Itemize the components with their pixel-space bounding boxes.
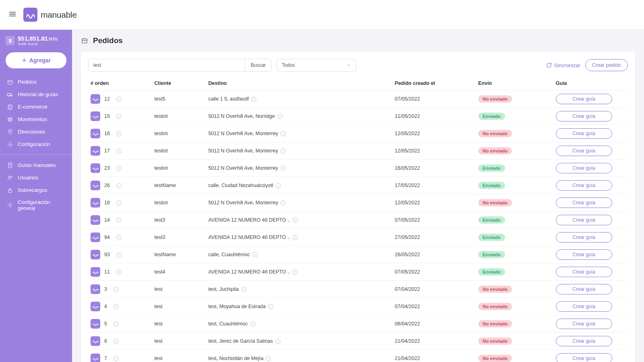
cell-orden: 12 — [104, 96, 110, 102]
info-icon[interactable]: i — [116, 131, 122, 136]
create-guide-button[interactable]: Crear guía — [556, 197, 612, 208]
search-input[interactable] — [89, 59, 245, 71]
info-icon[interactable]: i — [114, 339, 119, 344]
cell-fecha: 07/04/2022 — [392, 298, 476, 315]
info-icon[interactable]: i — [116, 218, 122, 223]
info-icon[interactable]: i — [293, 269, 298, 275]
sidebar-item-usuarios[interactable]: Usuarios — [0, 171, 72, 184]
info-icon[interactable]: i — [276, 183, 281, 188]
info-icon[interactable]: i — [116, 148, 122, 154]
table-row: 17itestint5012 N Overhill Ave, Monterrey… — [88, 142, 628, 160]
create-guide-button[interactable]: Crear guía — [556, 232, 612, 243]
svg-rect-22 — [8, 190, 12, 192]
create-guide-button[interactable]: Crear guía — [556, 163, 612, 173]
info-icon[interactable]: i — [114, 287, 119, 292]
sidebar-item-configuración[interactable]: Configuración — [0, 138, 72, 150]
orders-table: # orden Cliente Destino Pedido creado el… — [88, 77, 628, 362]
add-balance-button[interactable]: Agregar — [6, 52, 66, 68]
svg-rect-10 — [8, 106, 12, 109]
create-guide-button[interactable]: Crear guía — [556, 336, 612, 346]
info-icon[interactable]: i — [116, 114, 122, 119]
info-icon[interactable]: i — [116, 200, 122, 206]
cell-cliente: test — [152, 298, 206, 315]
cell-orden: 17 — [104, 148, 110, 154]
info-icon[interactable]: i — [114, 321, 119, 327]
filter-dropdown[interactable]: Todos — [277, 59, 356, 72]
create-guide-button[interactable]: Crear guía — [556, 146, 612, 156]
info-icon[interactable]: i — [116, 269, 122, 275]
info-icon[interactable]: i — [116, 252, 122, 257]
create-guide-button[interactable]: Crear guía — [556, 94, 612, 104]
lock-icon — [6, 187, 13, 193]
create-guide-button[interactable]: Crear guía — [556, 353, 612, 362]
sidebar-item-direcciones[interactable]: Direcciones — [0, 125, 72, 138]
table-row: 94itest3AVENIDA 12 NUMERO 46 DEPTO ..i27… — [88, 229, 628, 246]
info-icon[interactable]: i — [114, 356, 119, 361]
create-guide-button[interactable]: Crear guía — [556, 284, 612, 294]
info-icon[interactable]: i — [281, 148, 286, 154]
toolbar: Buscar Todos Sincronizar Crear pedido — [88, 59, 628, 72]
table-row: 5itesttest, Cuauhtémoci08/04/2022No envi… — [88, 315, 628, 333]
cell-fecha: 26/05/2022 — [392, 246, 476, 263]
info-icon[interactable]: i — [275, 339, 281, 344]
create-guide-button[interactable]: Crear guía — [556, 180, 612, 191]
create-guide-button[interactable]: Crear guía — [556, 301, 612, 312]
sidebar-item-configuración-general[interactable]: Configuración general — [0, 196, 72, 214]
cell-cliente: testint — [152, 194, 206, 212]
info-icon[interactable]: i — [268, 304, 273, 309]
brand-logo[interactable]: manuable — [23, 8, 77, 22]
sidebar-item-guías-manuales[interactable]: Guías manuales — [0, 159, 72, 171]
cell-cliente: test — [152, 315, 206, 333]
bank-icon — [6, 116, 13, 123]
cell-destino: 5012 N Overhill Ave, Monterrey — [208, 148, 278, 154]
info-icon[interactable]: i — [277, 114, 283, 119]
info-icon[interactable]: i — [293, 218, 298, 223]
info-icon[interactable]: i — [116, 97, 122, 102]
info-icon[interactable]: i — [251, 97, 256, 102]
info-icon[interactable]: i — [241, 287, 246, 292]
info-icon[interactable]: i — [281, 200, 286, 206]
svg-point-23 — [9, 204, 11, 206]
sidebar-item-pedidos[interactable]: Pedidos — [0, 76, 72, 88]
info-icon[interactable]: i — [116, 166, 122, 171]
create-order-button[interactable]: Crear pedido — [585, 59, 628, 71]
info-icon[interactable]: i — [281, 131, 286, 136]
menu-toggle[interactable] — [8, 10, 17, 20]
table-row: 7itesttest, Nochistlán de Mejíai21/04/20… — [88, 350, 628, 362]
create-guide-button[interactable]: Crear guía — [556, 319, 612, 329]
sidebar-item-movimientos[interactable]: Movimientos — [0, 113, 72, 125]
row-brand-icon — [91, 284, 100, 294]
sidebar-item-sobrecargos[interactable]: Sobrecargos — [0, 184, 72, 196]
info-icon[interactable]: i — [114, 304, 119, 309]
svg-point-9 — [11, 96, 12, 97]
status-badge: Enviado — [478, 251, 505, 258]
svg-rect-12 — [8, 119, 12, 121]
create-guide-button[interactable]: Crear guía — [556, 215, 612, 225]
cog-icon — [6, 202, 13, 209]
info-icon[interactable]: i — [250, 321, 256, 327]
info-icon[interactable]: i — [252, 252, 258, 257]
cell-destino: AVENIDA 12 NUMERO 46 DEPTO .. — [208, 234, 291, 240]
create-guide-button[interactable]: Crear guía — [556, 128, 612, 139]
sidebar-item-historial-de-guías[interactable]: Historial de guías — [0, 88, 72, 101]
info-icon[interactable]: i — [116, 183, 122, 188]
cell-fecha: 12/05/2022 — [392, 194, 476, 212]
info-icon[interactable]: i — [293, 235, 298, 240]
add-balance-label: Agregar — [29, 57, 51, 64]
svg-point-8 — [8, 96, 9, 97]
create-guide-button[interactable]: Crear guía — [556, 111, 612, 121]
row-brand-icon — [91, 163, 100, 173]
table-row: 15itestint5012 N Overhill Ave, Norridgei… — [88, 108, 628, 125]
table-row: 4itesttest, Moyahua de Estradai07/04/202… — [88, 298, 628, 315]
search-button[interactable]: Buscar — [245, 59, 271, 71]
cell-orden: 3 — [104, 286, 107, 292]
sync-button[interactable]: Sincronizar — [546, 62, 580, 68]
create-guide-button[interactable]: Crear guía — [556, 267, 612, 277]
info-icon[interactable]: i — [266, 356, 271, 361]
info-icon[interactable]: i — [281, 166, 286, 171]
box-icon — [6, 78, 13, 85]
sidebar-item-e-commerce[interactable]: E-commerce — [0, 101, 72, 113]
create-guide-button[interactable]: Crear guía — [556, 249, 612, 260]
cell-destino: 5012 N Overhill Ave, Monterrey — [208, 200, 278, 206]
info-icon[interactable]: i — [116, 235, 122, 240]
